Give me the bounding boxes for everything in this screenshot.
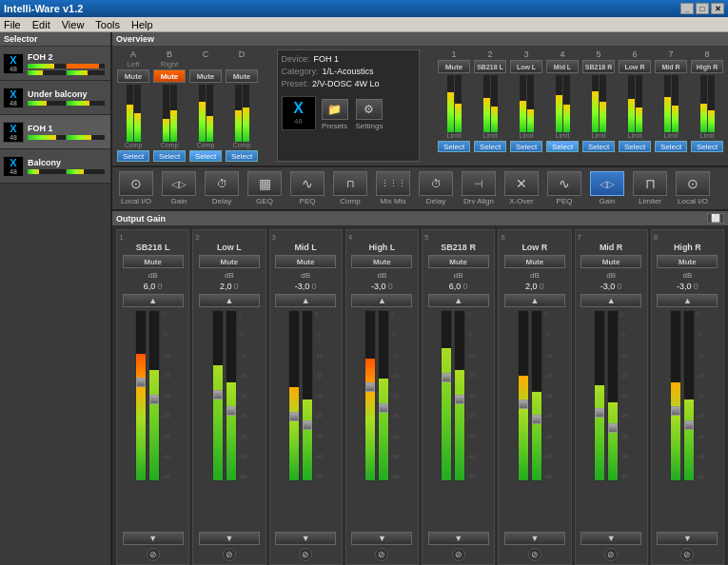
ch-mute-8[interactable]: High R — [691, 60, 723, 73]
out-up-6[interactable]: ▲ — [504, 294, 565, 307]
ch-select-d[interactable]: Select — [226, 150, 258, 162]
fader-handle-4a[interactable] — [365, 382, 375, 392]
out-mute-5[interactable]: Mute — [428, 255, 489, 268]
out-down-6[interactable]: ▼ — [504, 532, 565, 545]
out-mute-7[interactable]: Mute — [580, 255, 641, 268]
ch-select-1[interactable]: Select — [438, 141, 470, 152]
fader-handle-2a[interactable] — [213, 390, 223, 399]
fader-handle-6b[interactable] — [532, 415, 541, 424]
out-reset-1[interactable]: ⊘ — [147, 548, 160, 561]
ch-mute-1[interactable]: Mute — [438, 60, 470, 73]
ch-select-c[interactable]: Select — [189, 150, 222, 162]
out-up-5[interactable]: ▲ — [428, 294, 489, 307]
settings-button[interactable]: ⚙ Settings — [356, 99, 384, 130]
nav-mix-mtx[interactable]: ⋮⋮⋮ Mix Mtx — [373, 170, 413, 206]
nav-peq-2[interactable]: ∿ PEQ — [544, 170, 584, 206]
fader-handle-5b[interactable] — [455, 395, 464, 404]
nav-peq-1[interactable]: ∿ PEQ — [287, 170, 327, 206]
out-up-2[interactable]: ▲ — [199, 294, 260, 307]
menu-edit[interactable]: Edit — [32, 19, 50, 30]
ch-mute-b[interactable]: Mute — [153, 69, 186, 83]
fader-handle-7b[interactable] — [608, 423, 618, 433]
ch-mute-6[interactable]: Low R — [619, 60, 651, 73]
out-mute-2[interactable]: Mute — [199, 255, 260, 268]
ch-mute-c[interactable]: Mute — [189, 69, 222, 83]
selector-item-underbalcony[interactable]: X 48 Under balcony — [0, 81, 110, 115]
ch-select-2[interactable]: Select — [474, 141, 506, 152]
nav-gain-2[interactable]: ◁▷ Gain — [587, 170, 627, 206]
out-down-4[interactable]: ▼ — [351, 532, 412, 545]
nav-geq[interactable]: ▦ GEQ — [245, 170, 285, 206]
fader-handle-8b[interactable] — [684, 420, 694, 430]
ch-select-4[interactable]: Select — [546, 141, 579, 152]
fader-handle-6a[interactable] — [519, 399, 528, 409]
fader-handle-5a[interactable] — [442, 373, 451, 382]
ch-select-b[interactable]: Select — [153, 150, 186, 162]
nav-delay-1[interactable]: ⏱ Delay — [202, 170, 242, 206]
selector-item-balcony[interactable]: X 48 Balcony — [0, 149, 110, 184]
fader-handle-1a[interactable] — [136, 378, 146, 387]
out-down-3[interactable]: ▼ — [275, 532, 336, 545]
out-reset-7[interactable]: ⊘ — [604, 548, 618, 561]
out-down-8[interactable]: ▼ — [657, 532, 718, 545]
presets-button[interactable]: 📁 Presets — [322, 99, 348, 130]
nav-limiter[interactable]: ⊓ Limiter — [630, 170, 670, 206]
ch-select-7[interactable]: Select — [655, 141, 687, 152]
minimize-button[interactable]: _ — [680, 3, 694, 14]
ch-mute-d[interactable]: Mute — [226, 69, 258, 83]
out-reset-6[interactable]: ⊘ — [528, 548, 541, 561]
fader-handle-3b[interactable] — [303, 420, 312, 430]
out-up-1[interactable]: ▲ — [123, 294, 184, 307]
nav-drv-align[interactable]: ⊣ Drv Align — [459, 170, 499, 206]
out-reset-5[interactable]: ⊘ — [452, 548, 465, 561]
nav-comp[interactable]: ⊓ Comp — [330, 170, 370, 206]
out-up-3[interactable]: ▲ — [275, 294, 336, 307]
ch-select-8[interactable]: Select — [691, 141, 723, 152]
out-up-4[interactable]: ▲ — [351, 294, 412, 307]
resize-button[interactable]: ⬜ — [707, 213, 724, 224]
fader-handle-8a[interactable] — [671, 406, 680, 416]
out-up-7[interactable]: ▲ — [580, 294, 641, 307]
ch-mute-5[interactable]: SB218 R — [582, 60, 615, 73]
out-reset-4[interactable]: ⊘ — [375, 548, 388, 561]
nav-delay-2[interactable]: ⏱ Delay — [416, 170, 456, 206]
out-mute-8[interactable]: Mute — [657, 255, 718, 268]
nav-local-io-2[interactable]: ⊙ Local I/O — [673, 170, 713, 206]
nav-xover[interactable]: ✕ X-Over — [502, 170, 541, 206]
ch-select-5[interactable]: Select — [582, 141, 615, 152]
fader-handle-7a[interactable] — [595, 408, 604, 418]
menu-view[interactable]: View — [62, 19, 85, 30]
fader-handle-3a[interactable] — [289, 412, 299, 421]
out-down-5[interactable]: ▼ — [428, 532, 489, 545]
close-button[interactable]: ✕ — [711, 3, 724, 14]
fader-handle-1b[interactable] — [149, 395, 159, 404]
out-down-2[interactable]: ▼ — [199, 532, 260, 545]
ch-mute-a[interactable]: Mute — [117, 69, 149, 83]
menu-help[interactable]: Help — [131, 19, 153, 30]
ch-mute-3[interactable]: Low L — [510, 60, 542, 73]
fader-handle-4b[interactable] — [379, 403, 388, 413]
out-down-7[interactable]: ▼ — [580, 532, 641, 545]
ch-mute-7[interactable]: Mid R — [655, 60, 687, 73]
menu-tools[interactable]: Tools — [95, 19, 120, 30]
selector-item-foh2[interactable]: X 48 FOH 2 — [0, 47, 110, 81]
out-mute-1[interactable]: Mute — [123, 255, 184, 268]
out-up-8[interactable]: ▲ — [657, 294, 718, 307]
out-mute-4[interactable]: Mute — [351, 255, 412, 268]
out-reset-3[interactable]: ⊘ — [299, 548, 312, 561]
out-mute-3[interactable]: Mute — [275, 255, 336, 268]
ch-select-6[interactable]: Select — [619, 141, 651, 152]
out-reset-2[interactable]: ⊘ — [223, 548, 236, 561]
ch-mute-2[interactable]: SB218 L — [474, 60, 506, 73]
menu-file[interactable]: File — [4, 19, 21, 30]
nav-gain-1[interactable]: ◁▷ Gain — [159, 170, 199, 206]
window-controls[interactable]: _ □ ✕ — [680, 3, 724, 14]
ch-mute-4[interactable]: Mid L — [546, 60, 579, 73]
out-down-1[interactable]: ▼ — [123, 532, 184, 545]
selector-item-foh1[interactable]: X 48 FOH 1 — [0, 115, 110, 149]
maximize-button[interactable]: □ — [696, 3, 709, 14]
out-reset-8[interactable]: ⊘ — [680, 548, 694, 561]
nav-local-io-1[interactable]: ⊙ Local I/O — [116, 170, 156, 206]
fader-handle-2b[interactable] — [226, 406, 236, 416]
ch-select-a[interactable]: Select — [117, 150, 149, 162]
